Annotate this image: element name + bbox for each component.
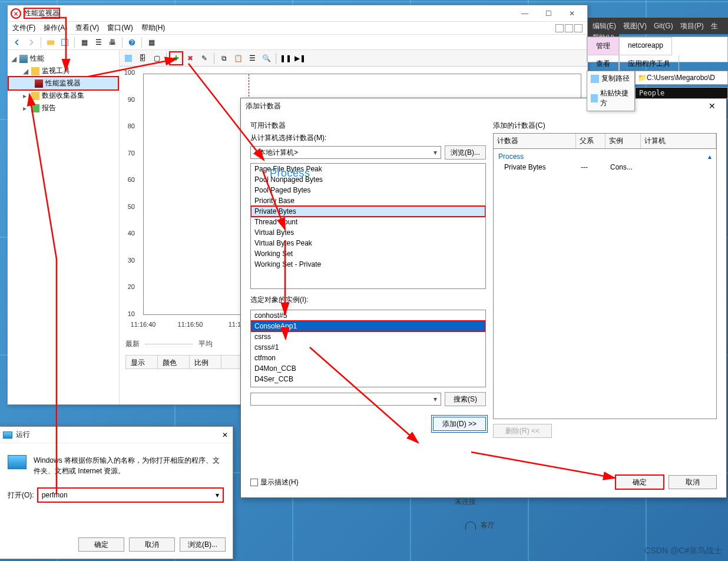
highlight-icon[interactable]: ✎ <box>198 52 211 65</box>
counters-listbox[interactable]: Page File Bytes PeakPool Nonpaged BytesP… <box>250 163 486 289</box>
legend-latest: 最新 <box>125 339 140 349</box>
props-icon[interactable] <box>59 36 71 48</box>
delete-counter-icon[interactable]: ✖ <box>184 52 197 65</box>
counter-item[interactable]: Thread Count <box>251 217 485 227</box>
add-button[interactable]: 添加(D) >> <box>433 417 486 431</box>
add-close-button[interactable]: ✕ <box>703 101 722 111</box>
pause-icon[interactable]: ❚❚ <box>279 52 292 65</box>
from-computer-label: 从计算机选择计数器(M): <box>250 133 486 143</box>
grid-icon[interactable]: ▦ <box>145 36 157 48</box>
menu-action[interactable]: 操作(A) <box>44 23 67 33</box>
maximize-button[interactable]: ☐ <box>537 6 560 21</box>
close-button[interactable]: ✕ <box>560 6 584 21</box>
run-cancel-button[interactable]: 取消 <box>129 537 175 552</box>
chart-toolbar: 🗄 ▢ ＋ ✖ ✎ ⧉ 📋 ☰ 🔍 ❚❚ ▶❚ <box>120 50 587 67</box>
print-icon[interactable]: 🖶 <box>107 36 118 48</box>
list-icon[interactable]: ☰ <box>92 36 104 48</box>
instance-item[interactable]: D4Svr_CCB <box>251 384 485 387</box>
run-title: 运行 <box>16 430 30 440</box>
counter-item[interactable]: Working Set - Private <box>251 259 485 270</box>
remove-button[interactable]: 删除(R) << <box>493 424 552 438</box>
ribbon-netcore-tab[interactable]: netcoreapp <box>619 37 672 55</box>
instance-item[interactable]: csrss#1 <box>251 342 485 353</box>
process-annotation: Process <box>270 167 310 180</box>
instance-item[interactable]: ctfmon <box>251 353 485 363</box>
run-close-button[interactable]: ✕ <box>222 431 228 439</box>
perfmon-menubar: 文件(F) 操作(A) 查看(V) 窗口(W) 帮助(H) <box>8 22 587 35</box>
show-desc-checkbox[interactable] <box>250 479 258 486</box>
available-label: 可用计数器 <box>250 121 486 131</box>
disconnected-label: 未连接 <box>455 497 476 507</box>
run-big-icon <box>8 455 27 469</box>
svg-rect-4 <box>125 54 132 61</box>
db-icon[interactable]: 🗄 <box>136 52 149 65</box>
copy-icon[interactable]: ⧉ <box>217 52 230 65</box>
added-item[interactable]: Private Bytes --- Cons... <box>494 162 716 172</box>
ctx-paste[interactable]: 粘贴快捷方 <box>587 86 634 111</box>
tree-perfmon[interactable]: 性能监视器 <box>9 77 118 89</box>
added-group[interactable]: Process▴ <box>494 151 716 162</box>
added-listbox[interactable]: Process▴ Private Bytes --- Cons... <box>493 148 717 419</box>
living-room-label: 客厅 <box>465 520 495 530</box>
win-icon[interactable]: ▢ <box>150 52 163 65</box>
forward-icon[interactable] <box>25 36 37 48</box>
menu-file[interactable]: 文件(F) <box>12 23 35 33</box>
run-icon <box>3 431 12 439</box>
watermark: CSDN @C#菜鸟战士 <box>644 546 722 556</box>
paste-icon[interactable]: 📋 <box>231 52 244 65</box>
context-menu-fragment: 复制路径 粘贴快捷方 <box>587 71 635 111</box>
zoom-icon[interactable]: 🔍 <box>260 52 273 65</box>
counter-item[interactable]: Pool Paged Bytes <box>251 185 485 195</box>
ribbon-manage-tab[interactable]: 管理 <box>587 37 619 55</box>
run-open-label: 打开(O): <box>8 490 34 500</box>
instance-item[interactable]: ConsoleApp1 <box>251 321 485 331</box>
run-input[interactable]: perfmon▾ <box>38 488 223 502</box>
step-icon[interactable]: ▶❚ <box>293 52 306 65</box>
search-button[interactable]: 搜索(S) <box>445 392 486 406</box>
counter-item[interactable]: Priority Base <box>251 195 485 206</box>
search-input[interactable] <box>250 393 441 406</box>
console-fragment: People <box>635 87 728 99</box>
run-ok-button[interactable]: 确定 <box>78 537 124 552</box>
cancel-button[interactable]: 取消 <box>669 475 717 489</box>
counter-item[interactable]: Virtual Bytes Peak <box>251 238 485 248</box>
perfmon-title: 性能监视器 <box>24 8 59 18</box>
tree-tools[interactable]: ◢监视工具 <box>9 65 118 77</box>
back-icon[interactable] <box>11 36 23 48</box>
help-icon[interactable]: ? <box>126 36 138 48</box>
tree-reports[interactable]: ▸报告 <box>9 102 118 114</box>
ok-button[interactable]: 确定 <box>616 475 664 489</box>
counter-item[interactable]: Working Set <box>251 248 485 259</box>
browse-computer-button[interactable]: 浏览(B)... <box>445 145 486 160</box>
legend-latest-val <box>145 344 193 344</box>
ctx-copypath[interactable]: 复制路径 <box>587 71 634 86</box>
run-browse-button[interactable]: 浏览(B)... <box>180 537 226 552</box>
legend-avg: 平均 <box>198 339 213 349</box>
added-header: 计数器 父系 实例 计算机 <box>493 133 717 148</box>
pathbar-fragment[interactable]: 📁 C:\Users\Megarobo\D <box>635 71 728 85</box>
menu-view[interactable]: 查看(V) <box>75 23 99 33</box>
nav-tree: ◢性能 ◢监视工具 性能监视器 ▸数据收集器集 ▸报告 <box>8 50 120 404</box>
menu-help[interactable]: 帮助(H) <box>141 23 166 33</box>
tree-collectors[interactable]: ▸数据收集器集 <box>9 89 118 102</box>
instance-item[interactable]: D4Ser_CCB <box>251 374 485 384</box>
added-label: 添加的计数器(C) <box>493 121 717 131</box>
instances-listbox[interactable]: conhost#5ConsoleApp1csrsscsrss#1ctfmonD4… <box>250 310 486 387</box>
minimize-button[interactable]: — <box>513 6 537 21</box>
counter-item[interactable]: Private Bytes <box>251 206 485 217</box>
counter-item[interactable]: Virtual Bytes <box>251 227 485 238</box>
instance-item[interactable]: conhost#5 <box>251 310 485 321</box>
svg-text:?: ? <box>130 38 134 45</box>
instance-item[interactable]: D4Mon_CCB <box>251 363 485 374</box>
view-type-icon[interactable] <box>122 52 135 65</box>
instances-label: 选定对象的实例(I): <box>250 295 486 305</box>
table-icon[interactable]: ▦ <box>78 36 90 48</box>
menu-window[interactable]: 窗口(W) <box>107 23 133 33</box>
computer-combo[interactable]: <本地计算机> <box>250 146 441 159</box>
run-dialog: 运行 ✕ Windows 将根据你所输入的名称，为你打开相应的程序、文件夹、文档… <box>0 426 233 559</box>
tree-root[interactable]: ◢性能 <box>9 52 118 65</box>
instance-item[interactable]: csrss <box>251 331 485 342</box>
add-counter-button[interactable]: ＋ <box>170 52 183 65</box>
folder-icon[interactable] <box>45 36 57 48</box>
props2-icon[interactable]: ☰ <box>246 52 259 65</box>
